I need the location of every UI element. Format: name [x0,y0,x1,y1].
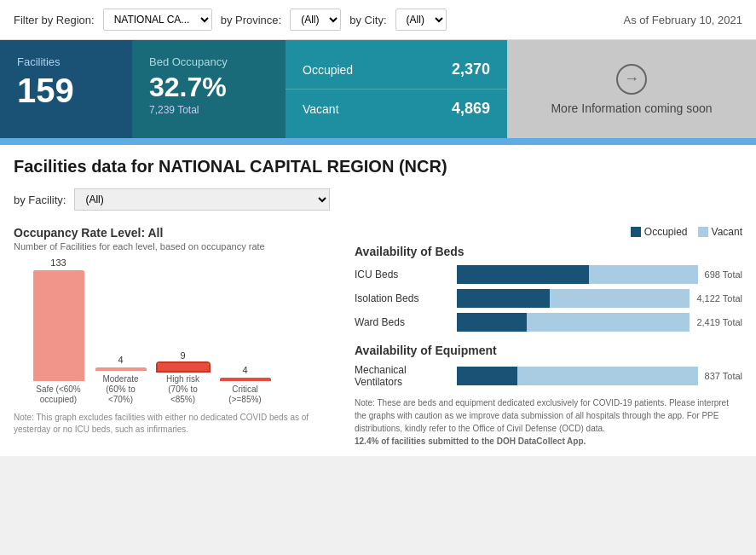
legend-occupied-label: Occupied [644,226,688,238]
chart-subtitle: Number of Facilities for each level, bas… [14,241,338,251]
bed-vacant-bar-0 [517,367,698,385]
more-info-text: More Information coming soon [551,101,712,115]
bed-row-2: Ward Beds2,419 Total [355,313,742,332]
occupancy-value: 32.7% [149,73,268,101]
chart-note: Note: This graph excludes facilities wit… [14,412,338,436]
bed-total-label-2: 2,419 Total [696,317,742,327]
occupied-label: Occupied [303,63,353,77]
main-content: Occupancy Rate Level: All Number of Faci… [0,217,756,456]
beds-section-title: Availability of Beds [355,245,742,258]
occupied-vacant-stat: Occupied 2,370 Vacant 4,869 [286,40,507,138]
bar-value-3: 4 [242,365,247,375]
bed-bar-container-1 [457,289,690,308]
bed-bar-container-2 [457,313,690,332]
legend-occupied: Occupied [631,226,688,238]
bar-label-3: Critical (>=85%) [217,384,273,405]
beds-rows: ICU Beds698 TotalIsolation Beds4,122 Tot… [355,265,742,332]
bed-occupied-bar-2 [457,313,527,332]
city-select[interactable]: (All) [395,9,447,31]
bed-vacant-bar-1 [550,289,690,308]
facility-filter-row: by Facility: (All) [0,182,756,217]
right-panel: Occupied Vacant Availability of Beds ICU… [355,226,742,448]
bed-row-label-0: Mechanical Ventilators [355,364,457,388]
city-filter-label: by City: [349,14,386,26]
bar-group-3: 4Critical (>=85%) [217,365,273,405]
occupancy-total: 7,239 Total [149,104,268,116]
bed-occupied-bar-0 [457,367,517,385]
region-select[interactable]: NATIONAL CA... [103,9,212,31]
vacant-value: 4,869 [452,100,490,118]
bar-label-2: High risk (70% to <85%) [155,374,211,405]
bed-occupied-bar-0 [457,265,589,284]
progress-strip [0,138,756,145]
province-filter-label: by Province: [221,14,282,26]
bed-row-label-2: Ward Beds [355,316,457,328]
bed-bar-container-0 [457,265,698,284]
facility-select[interactable]: (All) [74,188,330,211]
bed-total-label-1: 4,122 Total [696,293,742,304]
stats-row: Facilities 159 Bed Occupancy 32.7% 7,239… [0,40,756,138]
legend-vacant-dot [698,227,708,237]
bar-rect-1 [95,367,147,371]
bar-rect-0 [33,270,84,381]
equipment-highlight: 12.4% of facilities submitted to the DOH… [355,436,586,446]
legend-vacant: Vacant [698,226,742,238]
chart-legend: Occupied Vacant [355,226,742,238]
filter-bar: Filter by Region: NATIONAL CA... by Prov… [0,0,756,40]
date-label: As of February 10, 2021 [624,14,742,26]
bar-value-2: 9 [180,350,185,361]
bed-row-0: ICU Beds698 Total [355,265,742,284]
bar-label-0: Safe (<60% occupied) [31,384,86,405]
bed-vacant-bar-2 [527,313,690,332]
title-section: Facilities data for NATIONAL CAPITAL REG… [0,145,756,182]
bed-row-label-0: ICU Beds [355,269,457,280]
equipment-rows: Mechanical Ventilators837 Total [355,364,742,388]
bed-vacant-bar-0 [589,265,697,284]
bed-total-label-0: 698 Total [705,269,742,280]
region-filter-label: Filter by Region: [14,14,95,26]
province-select[interactable]: (All) [290,9,341,31]
bar-group-0: 133Safe (<60% occupied) [31,257,86,405]
facilities-label: Facilities [17,55,115,68]
bed-total-label-0: 837 Total [705,371,742,381]
legend-occupied-dot [631,227,641,237]
vacant-label: Vacant [303,102,339,116]
equipment-note-text: Note: These are beds and equipment dedic… [355,398,729,433]
bar-group-1: 4Moderate (60% to <70%) [93,355,148,405]
bar-value-0: 133 [50,257,66,268]
occupied-value: 2,370 [452,61,490,78]
bed-occupied-bar-1 [457,289,550,308]
facilities-value: 159 [17,73,115,107]
bed-row-0: Mechanical Ventilators837 Total [355,364,742,388]
more-info-panel: → More Information coming soon [507,40,756,138]
bar-value-1: 4 [118,355,123,365]
occupancy-label: Bed Occupancy [149,55,268,68]
legend-vacant-label: Vacant [712,226,742,238]
occupancy-stat: Bed Occupancy 32.7% 7,239 Total [132,40,286,138]
bed-row-label-1: Isolation Beds [355,292,457,304]
bar-label-1: Moderate (60% to <70%) [93,374,148,405]
equipment-section-title: Availability of Equipment [355,344,742,357]
occupied-row: Occupied 2,370 [286,50,507,90]
bar-rect-3 [220,378,271,381]
occupancy-bar-chart: 133Safe (<60% occupied)4Moderate (60% to… [14,260,338,405]
more-info-arrow[interactable]: → [616,64,647,95]
left-panel: Occupancy Rate Level: All Number of Faci… [14,226,338,448]
equipment-section: Availability of Equipment Mechanical Ven… [355,344,742,448]
bed-row-1: Isolation Beds4,122 Total [355,289,742,308]
bar-group-2: 9High risk (70% to <85%) [155,350,211,405]
equipment-note: Note: These are beds and equipment dedic… [355,396,742,448]
bed-bar-container-0 [457,367,698,385]
vacant-row: Vacant 4,869 [286,90,507,128]
bar-rect-2 [158,363,209,371]
page-title: Facilities data for NATIONAL CAPITAL REG… [14,157,742,176]
chart-title: Occupancy Rate Level: All [14,226,338,240]
facilities-stat: Facilities 159 [0,40,132,138]
facility-filter-label: by Facility: [14,194,66,206]
